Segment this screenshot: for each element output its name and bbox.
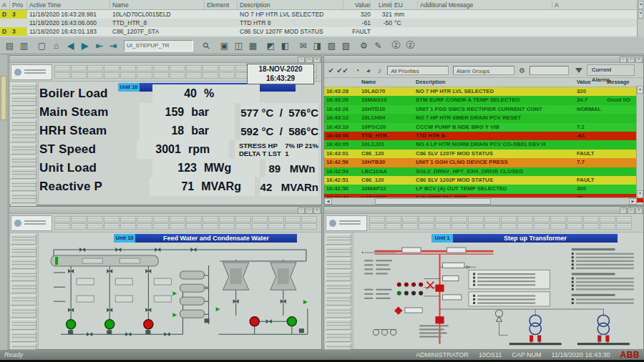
panel-nav-button[interactable] [326, 283, 351, 293]
mini-nav-button[interactable] [600, 223, 615, 230]
alarm-row[interactable]: 16:43:01C86_120C86 SLV 1207F MOD STATUSF… [324, 150, 643, 158]
feedwater-pump-a[interactable] [250, 317, 259, 326]
mini-nav-button[interactable] [386, 223, 401, 230]
mini-nav-button[interactable] [583, 216, 599, 222]
alarm-row[interactable]: 16:42:54LBC10AASOLV_DRNV_HPT_EXH_DRIVE C… [324, 167, 643, 176]
panel-nav-button[interactable] [11, 246, 36, 257]
feedwater-pump-b[interactable] [287, 317, 296, 326]
mini-nav-button[interactable] [120, 65, 136, 72]
window-maximize-button[interactable]: □ [306, 57, 313, 63]
back-icon[interactable]: ◀ [64, 39, 77, 52]
meas-extra[interactable]: 577 °C / 576°C [240, 103, 318, 122]
settings-icon[interactable]: ⚙ [357, 39, 371, 52]
panel-nav-button[interactable] [11, 132, 36, 142]
mini-nav-button[interactable] [87, 65, 103, 72]
last-display-icon[interactable]: ⇥ [107, 39, 120, 52]
meas-value[interactable]: 40 [152, 87, 197, 100]
alarm-row[interactable]: 16:42:5610HTB30UNIT 1 GGH CLNG DEVICE PR… [324, 158, 643, 167]
meas-value[interactable]: 159 [140, 106, 184, 119]
mini-nav-button[interactable] [468, 223, 484, 230]
stress-readout[interactable]: STRESS HP 7% IP 21% DELTA T LST 1 [235, 140, 318, 159]
mini-nav-button[interactable] [386, 216, 401, 222]
panel-nav-button[interactable] [11, 258, 36, 269]
window-minimize-button[interactable]: – [298, 57, 305, 63]
alarm-row[interactable]: 16:43:06TTD_HTR-TTD HTR 8--61 [324, 132, 643, 140]
alarm-row[interactable]: 16:43:2610MAG10STM SURF CONDR A TEMP SEL… [324, 96, 643, 104]
mini-nav-button[interactable] [186, 223, 202, 230]
dock-tab[interactable] [1, 76, 6, 120]
alarm-row[interactable]: 16:42:51C86_120C86 SLV 1202F MOD STATUSF… [324, 176, 643, 185]
alarm-row[interactable]: 16:43:2610HTD10UNIT 1 FGD SWCS RECTIFIER… [324, 105, 643, 114]
zoom-out-icon[interactable]: ⓩ [404, 39, 417, 52]
panel-nav-button[interactable] [11, 319, 36, 330]
mini-nav-button[interactable] [419, 216, 434, 222]
mini-nav-button[interactable] [71, 223, 87, 230]
extra-filter-select[interactable] [530, 66, 569, 75]
mini-nav-button[interactable] [235, 216, 251, 222]
mini-nav-button[interactable] [369, 216, 385, 222]
panel-nav-button[interactable] [326, 331, 351, 342]
mini-nav-button[interactable] [87, 223, 103, 230]
alarm-ack-icon[interactable]: ◫ [232, 39, 245, 52]
panel-nav-button[interactable] [326, 319, 351, 330]
mini-nav-button[interactable] [153, 216, 169, 222]
banner-alarm-row[interactable]: 11/18/2020 16:43:06.000 TTD_HTR_8 TTD HT… [0, 19, 644, 27]
meas-extra[interactable]: 42 MVARn [260, 177, 318, 196]
mini-nav-button[interactable] [71, 65, 87, 72]
mini-nav-button[interactable] [120, 223, 136, 230]
mini-nav-button[interactable] [435, 216, 451, 222]
mini-nav-button[interactable] [616, 223, 632, 230]
mini-nav-button[interactable] [104, 65, 119, 72]
mini-nav-button[interactable] [170, 223, 185, 230]
forward-icon[interactable]: ▶ [78, 39, 92, 52]
mini-nav-button[interactable] [54, 65, 70, 72]
home-icon[interactable]: ⌂ [49, 39, 63, 52]
disconnector-status-lamps[interactable] [397, 283, 423, 295]
meas-value[interactable]: 123 [152, 162, 197, 175]
panel-nav-button[interactable] [11, 270, 36, 281]
mini-nav-button[interactable] [71, 72, 87, 79]
mini-nav-button[interactable] [120, 216, 136, 222]
condensate-pump-b[interactable] [105, 320, 114, 329]
mini-nav-button[interactable] [54, 216, 70, 222]
mini-nav-button[interactable] [54, 72, 70, 79]
mini-nav-button[interactable] [534, 216, 550, 222]
mini-nav-button[interactable] [567, 223, 582, 230]
mini-nav-button[interactable] [219, 223, 235, 230]
panel-nav-button[interactable] [11, 156, 36, 167]
mini-nav-button[interactable] [104, 72, 119, 79]
mini-nav-button[interactable] [170, 65, 185, 72]
window-close-button[interactable]: × [635, 207, 643, 214]
mini-nav-button[interactable] [583, 223, 599, 230]
panel-nav-button[interactable] [326, 258, 351, 269]
mini-nav-button[interactable] [87, 72, 103, 79]
mini-nav-button[interactable] [153, 65, 169, 72]
window-maximize-button[interactable]: □ [628, 57, 635, 63]
display-name-field[interactable]: UI_STEPUP_TR [124, 40, 193, 52]
mini-nav-button[interactable] [285, 223, 301, 230]
panel-nav-button[interactable] [11, 180, 36, 191]
mini-nav-button[interactable] [268, 223, 284, 230]
first-display-icon[interactable]: ⇤ [92, 39, 106, 52]
new-page-icon[interactable]: ▢ [35, 39, 49, 52]
mini-nav-button[interactable] [170, 216, 185, 222]
mini-nav-button[interactable] [252, 216, 268, 222]
mini-nav-button[interactable] [484, 216, 500, 222]
alarm-row[interactable]: 16:42:5010MAP22LP BCV (A) OUT TEMP SELEC… [324, 185, 643, 193]
panel-nav-button[interactable] [326, 295, 351, 305]
archive-icon[interactable]: ◩ [264, 39, 278, 52]
gen-breaker[interactable] [435, 316, 444, 323]
mini-nav-button[interactable] [186, 65, 202, 72]
priorities-filter-select[interactable]: All Priorities [387, 66, 449, 75]
mini-nav-button[interactable] [153, 223, 169, 230]
mini-nav-button[interactable] [567, 216, 582, 222]
mini-nav-button[interactable] [137, 223, 152, 230]
mini-nav-button[interactable] [219, 216, 235, 222]
mini-nav-button[interactable] [268, 216, 284, 222]
ack-page-icon[interactable]: ✔✔ [337, 65, 348, 76]
signature-icon[interactable]: ✎ [371, 39, 385, 52]
window-maximize-button[interactable]: □ [628, 207, 635, 214]
panel-nav-button[interactable] [11, 331, 36, 342]
mini-nav-button[interactable] [419, 223, 434, 230]
display-list-icon[interactable]: ▤ [3, 39, 16, 52]
